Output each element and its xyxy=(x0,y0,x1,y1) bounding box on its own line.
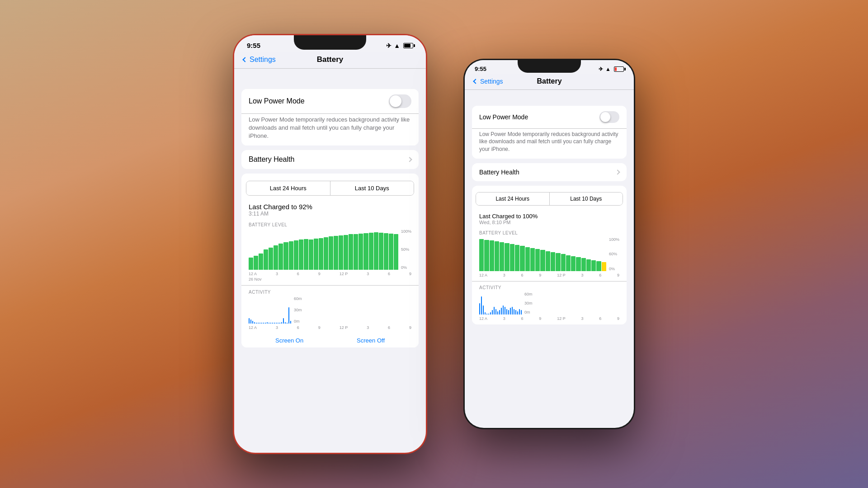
phone-right: 9:55 ✈ ▲ Settings Battery Low Power Mode xyxy=(463,59,635,429)
activity-section-left: ACTIVITY xyxy=(241,286,419,333)
act-bar-8-right xyxy=(492,310,493,314)
bar-r-1 xyxy=(479,239,484,271)
charge-info-right: Last Charged to 100% Wed, 8:10 PM xyxy=(472,209,627,227)
bar-r-11 xyxy=(530,248,535,271)
activity-y-axis-left: 60m 30m 0m xyxy=(291,296,302,324)
airplane-icon-right: ✈ xyxy=(599,66,603,72)
act-bar-22-left xyxy=(287,323,288,324)
battery-health-card-left: Battery Health xyxy=(241,150,419,169)
settings-section-left: Low Power Mode Low Power Mode temporaril… xyxy=(234,89,426,347)
tab-10d-left[interactable]: Last 10 Days xyxy=(330,181,414,195)
activity-x-axis-right: 12 A 3 6 9 12 P 3 6 9 xyxy=(479,314,619,321)
x-12p-right: 12 P xyxy=(557,273,566,277)
act-bar-3-right xyxy=(483,305,484,314)
act-bar-10-left xyxy=(265,323,266,323)
low-power-toggle-left[interactable] xyxy=(389,94,411,108)
bar-left-20 xyxy=(344,235,348,270)
status-icons-right: ✈ ▲ xyxy=(599,66,624,72)
bar-left-27 xyxy=(379,233,383,270)
back-button-right[interactable]: Settings xyxy=(474,78,503,85)
y-0-right: 0% xyxy=(609,267,619,271)
chevron-left-icon-right xyxy=(473,79,478,84)
screen-off-button-left[interactable]: Screen Off xyxy=(357,337,385,344)
battery-health-row-right[interactable]: Battery Health xyxy=(472,163,627,181)
x-9p-left: 9 xyxy=(409,272,411,276)
battery-indicator-left xyxy=(403,43,413,48)
x-6p-right: 6 xyxy=(599,273,601,277)
tab-24h-right[interactable]: Last 24 Hours xyxy=(476,192,550,205)
activity-label-left: ACTIVITY xyxy=(249,290,411,295)
activity-wrapper-left: 60m 30m 0m xyxy=(249,296,411,324)
battery-level-label-left: BATTERY LEVEL xyxy=(249,222,411,227)
act-bar-20-right xyxy=(514,309,514,315)
act-bar-24-right xyxy=(521,310,522,314)
airplane-icon: ✈ xyxy=(386,42,392,49)
back-button-left[interactable]: Settings xyxy=(243,56,276,64)
chart-card-right: Last 24 Hours Last 10 Days Last Charged … xyxy=(472,186,627,325)
y-60-right: 60% xyxy=(609,252,619,256)
phone-left: 9:55 ✈ ▲ Settings Battery Low Power Mode xyxy=(233,34,427,454)
screen-toggle-row-left: Screen On Screen Off xyxy=(241,333,419,347)
bar-left-26 xyxy=(374,232,378,270)
act-bar-18-left xyxy=(279,323,280,323)
chart-area-right xyxy=(479,237,606,271)
act-bar-14-left xyxy=(272,323,273,324)
bar-left-10 xyxy=(294,240,298,270)
act-bar-12-right xyxy=(499,310,500,314)
act-bar-2-left xyxy=(250,319,251,324)
bar-left-3 xyxy=(259,253,263,270)
act-bar-8-left xyxy=(261,323,262,323)
top-gap-right xyxy=(465,90,634,101)
bar-left-22 xyxy=(354,234,358,270)
ax-6p-left: 6 xyxy=(388,325,390,330)
bar-left-13 xyxy=(309,239,313,270)
bar-r-5 xyxy=(500,242,504,271)
battery-health-row-left[interactable]: Battery Health xyxy=(241,150,419,169)
y-0-left: 0% xyxy=(401,265,411,270)
notch-right xyxy=(518,60,581,73)
chevron-left-icon xyxy=(242,57,247,62)
screen-on-button-left[interactable]: Screen On xyxy=(275,337,303,344)
bar-r-14 xyxy=(546,251,550,271)
act-bar-12-left xyxy=(269,323,269,323)
act-bar-23-right xyxy=(519,309,520,315)
status-icons-left: ✈ ▲ xyxy=(386,42,413,49)
ax-12a-right: 12 A xyxy=(479,316,487,321)
charge-title-right: Last Charged to 100% xyxy=(472,213,627,220)
low-power-toggle-right[interactable] xyxy=(599,111,619,123)
bar-r-24 xyxy=(596,261,601,271)
act-bar-6-right xyxy=(488,314,489,315)
battery-health-chevron-right xyxy=(615,169,620,174)
x-6p-left: 6 xyxy=(388,272,390,276)
bar-r-20 xyxy=(576,257,580,271)
ay-30m-right: 30m xyxy=(524,301,533,305)
bar-r-19 xyxy=(571,256,576,271)
act-bar-10-right xyxy=(495,309,496,315)
battery-indicator-right xyxy=(614,66,624,72)
activity-chart-left xyxy=(249,296,291,324)
act-bar-21-left xyxy=(285,322,286,324)
time-right: 9:55 xyxy=(475,66,486,72)
chart-y-axis-left: 100% 50% 0% xyxy=(398,229,411,270)
bar-left-6 xyxy=(274,245,278,270)
act-bar-6-left xyxy=(258,323,259,323)
tab-24h-left[interactable]: Last 24 Hours xyxy=(246,181,330,195)
battery-chart-left: BATTERY LEVEL xyxy=(241,219,419,285)
bar-left-9 xyxy=(289,241,293,270)
x-3p-right: 3 xyxy=(581,273,583,277)
ax-3-right: 3 xyxy=(503,316,505,321)
ax-9-right: 9 xyxy=(539,316,541,321)
act-bar-14-right xyxy=(503,305,504,314)
act-bar-20-left xyxy=(283,318,284,324)
battery-health-chevron-left xyxy=(407,157,412,162)
bar-left-12 xyxy=(304,239,308,270)
act-bar-2-right xyxy=(481,296,482,314)
date-label-left: 26 Nov xyxy=(249,276,411,282)
x-6-right: 6 xyxy=(521,273,524,277)
bar-r-3 xyxy=(490,240,494,271)
chart-divider-left xyxy=(241,285,419,286)
ax-9-left: 9 xyxy=(318,325,321,330)
tab-container-right: Last 24 Hours Last 10 Days xyxy=(472,186,627,206)
bar-left-19 xyxy=(339,235,343,270)
tab-10d-right[interactable]: Last 10 Days xyxy=(550,192,623,205)
